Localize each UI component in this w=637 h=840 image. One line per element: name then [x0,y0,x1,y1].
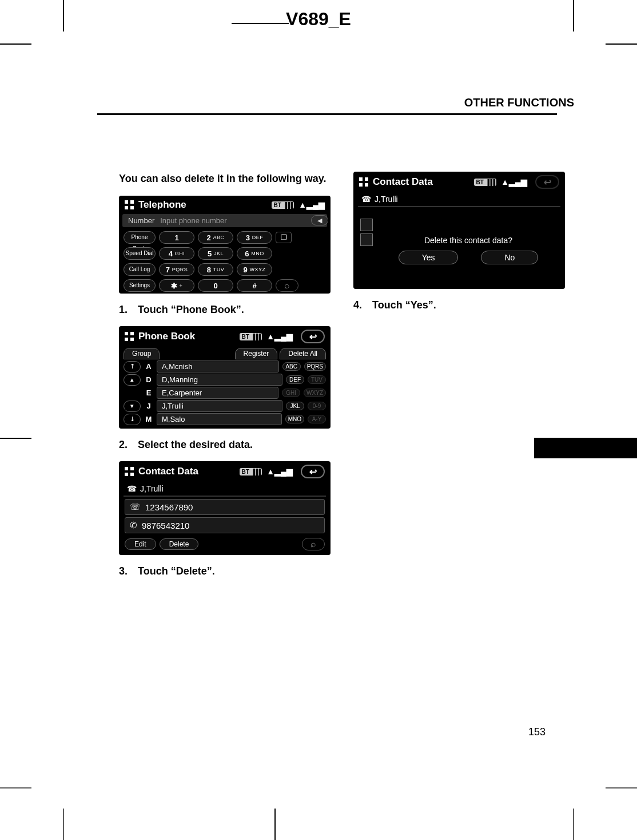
filter-button[interactable]: DEF [286,375,304,384]
phone-type-icon: ✆ [130,520,137,530]
delete-button[interactable]: Delete [160,538,199,550]
contact-list-item[interactable]: J,Trulli [157,400,282,412]
phone-type-icon [360,233,373,246]
confirm-message: Delete this contact data? [379,233,558,251]
filter-button: TUV [308,375,326,384]
left-column: You can also delete it in the following … [119,172,331,577]
phone-number-value: 1234567890 [145,502,193,512]
keypad-key[interactable]: 8TUV [198,263,233,276]
phone-type-icon [360,219,373,231]
contact-list-item[interactable]: M,Salo [157,413,282,425]
keypad-key[interactable]: 4GHI [159,247,194,260]
step-4: 4. Touch “Yes”. [353,299,565,311]
keypad-key[interactable]: # [237,279,272,292]
bt-badge: BT▐▐▐ [272,201,294,209]
scroll-arrow[interactable]: ⤓ [124,414,141,425]
side-button[interactable]: Speed Dial [124,247,156,260]
number-label: Number [128,216,154,225]
apps-icon [359,177,368,187]
side-button[interactable]: Phone Book [124,231,156,244]
contact-name: J,Trulli [140,484,164,493]
person-icon: ☎ [361,195,371,204]
section-header: OTHER FUNCTIONS [97,96,574,113]
keypad-key[interactable]: 2ABC [198,231,233,244]
index-letter: M [144,415,153,423]
keypad-key[interactable]: 9WXYZ [237,263,272,276]
back-button[interactable]: ↩ [301,465,325,478]
step-3: 3. Touch “Delete”. [119,565,331,577]
scroll-arrow[interactable]: ▾ [124,401,141,412]
index-letter: D [144,375,153,384]
screen-title: Contact Data [138,466,198,477]
document-header: V689_E [0,9,637,30]
contact-list-item[interactable]: E,Carpenter [157,387,278,399]
side-button[interactable]: Settings [124,279,156,292]
hangup-icon[interactable]: ⌕ [302,538,325,550]
keypad-key[interactable]: ✱+ [159,279,194,292]
filter-button[interactable]: PQRS [304,362,326,371]
no-button[interactable]: No [481,251,538,264]
screen-title: Telephone [138,199,186,211]
number-input-row: Number Input phone number ◀ [122,214,327,227]
screenshot-contact-data: Contact Data BT▐▐▐ ▲▂▄▆ ↩ ☎ J,Trulli ☏12… [119,461,331,555]
screenshot-confirm-delete: Contact Data BT▐▐▐ ▲▂▄▆ ↩ ☎ J,Trulli [353,172,565,289]
filter-button: A-Y [308,415,326,423]
phone-number-entry[interactable]: ☏1234567890 [125,499,325,515]
index-letter: E [144,389,153,397]
tab-register[interactable]: Register [235,348,278,359]
phone-number-entry[interactable]: ✆9876543210 [125,517,325,533]
keypad-key[interactable]: 0 [198,279,233,292]
back-button-disabled: ↩ [535,175,559,189]
index-letter: A [144,362,153,371]
keypad-key[interactable]: 1 [159,231,194,244]
phone-number-value: 9876543210 [142,521,189,530]
screenshot-phonebook: Phone Book BT▐▐▐ ▲▂▄▆ ↩ Group Register D… [119,326,331,429]
contact-name: J,Trulli [375,195,398,204]
scroll-arrow[interactable]: ▴ [124,374,141,386]
yes-button[interactable]: Yes [399,251,459,264]
keypad-key[interactable]: 3DEF [237,231,272,244]
keypad-key[interactable]: 5JKL [198,247,233,260]
signal-icon: ▲▂▄▆ [266,467,293,476]
step-2: 2. Select the desired data. [119,439,331,451]
edit-button[interactable]: Edit [125,538,156,550]
apps-icon [125,467,134,476]
screen-title: Phone Book [138,331,195,342]
screen-title: Contact Data [373,176,433,188]
apps-icon [125,200,134,209]
signal-icon: ▲▂▄▆ [501,177,527,187]
intro-paragraph: You can also delete it in the following … [119,172,331,185]
step-1: 1. Touch “Phone Book”. [119,304,331,316]
right-column: Contact Data BT▐▐▐ ▲▂▄▆ ↩ ☎ J,Trulli [353,172,565,577]
signal-icon: ▲▂▄▆ [266,332,293,341]
filter-button: WXYZ [304,389,326,397]
keypad-key[interactable]: 6MNO [237,247,272,260]
hangup-icon[interactable]: ⌕ [276,279,298,292]
bt-badge: BT▐▐▐ [240,468,262,476]
tab-group[interactable]: Group [124,348,160,359]
person-icon: ☎ [127,484,137,493]
number-placeholder[interactable]: Input phone number [160,216,226,225]
contact-list-item[interactable]: A,Mcnish [157,360,279,373]
apps-icon [125,332,134,341]
window-icon[interactable]: ❐ [276,232,292,243]
filter-button[interactable]: ABC [282,362,301,371]
filter-button[interactable]: MNO [285,415,304,423]
filter-button: GHI [282,389,300,397]
section-rule [97,113,557,115]
keypad-key[interactable]: 7PQRS [159,263,194,276]
screenshot-telephone: Telephone BT▐▐▐ ▲▂▄▆ Number Input phone … [119,196,331,294]
bt-badge: BT▐▐▐ [474,179,497,186]
side-button[interactable]: Call Log [124,263,156,276]
filter-button: 0-9 [308,402,326,410]
index-letter: J [144,402,153,410]
bt-badge: BT▐▐▐ [240,333,262,340]
backspace-button[interactable]: ◀ [311,215,328,225]
back-button[interactable]: ↩ [301,330,325,343]
filter-button[interactable]: JKL [286,402,304,410]
contact-list-item[interactable]: D,Manning [157,374,282,386]
tab-delete-all[interactable]: Delete All [280,348,326,359]
signal-icon: ▲▂▄▆ [298,200,325,209]
scroll-arrow[interactable]: ⤒ [124,361,141,373]
phone-type-icon: ☏ [130,502,141,512]
